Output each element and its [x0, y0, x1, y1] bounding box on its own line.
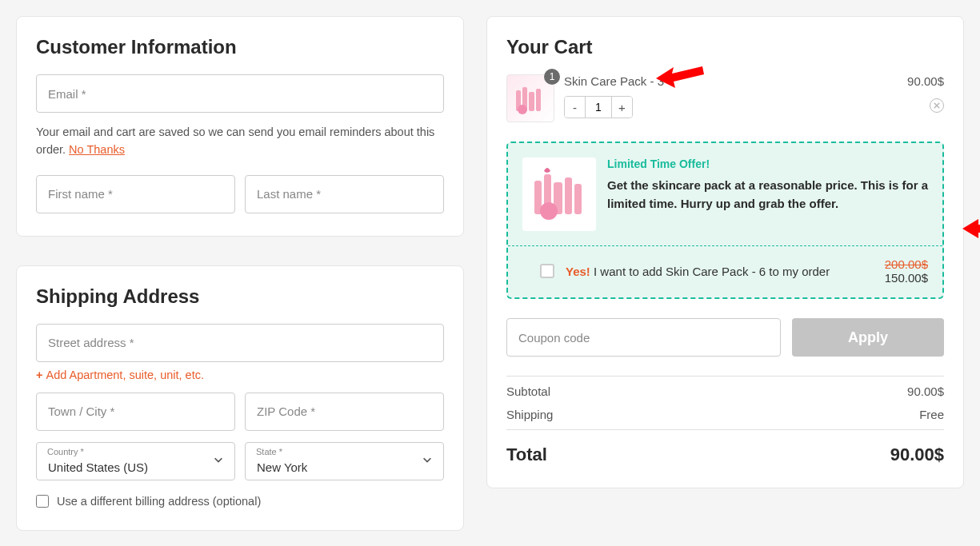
apply-button[interactable]: Apply: [792, 318, 944, 357]
item-name: Skin Care Pack - 3: [564, 74, 898, 88]
cart-card: Your Cart 1 Skin Care Pack - 3 - + 90.00…: [486, 16, 964, 488]
subtotal-row: Subtotal 90.00$: [506, 380, 944, 403]
offer-checkbox[interactable]: [540, 264, 554, 278]
remove-item-button[interactable]: [930, 98, 944, 113]
svg-rect-11: [574, 184, 582, 214]
svg-rect-10: [565, 177, 572, 214]
product-thumb: 1: [506, 74, 554, 122]
svg-marker-13: [962, 219, 980, 238]
item-price: 90.00$: [907, 74, 944, 88]
email-field[interactable]: [36, 74, 444, 113]
zip-field[interactable]: [245, 393, 444, 431]
total-row: Total 90.00$: [506, 433, 944, 465]
country-select-wrap: Country * United States (US): [36, 442, 235, 480]
qty-plus-button[interactable]: +: [611, 97, 632, 118]
svg-rect-2: [529, 92, 534, 111]
customer-info-card: Customer Information Your email and cart…: [16, 16, 464, 237]
quantity-stepper: - +: [564, 96, 633, 118]
shipping-heading: Shipping Address: [36, 285, 444, 308]
close-icon: [934, 102, 940, 109]
coupon-input[interactable]: [506, 318, 781, 357]
qty-badge: 1: [544, 69, 560, 85]
svg-rect-3: [536, 89, 541, 111]
annotation-arrow-icon: [656, 64, 704, 96]
shipping-row: Shipping Free: [506, 403, 944, 426]
offer-label: Yes! I want to add Skin Care Pack - 6 to…: [566, 265, 885, 278]
offer-old-price: 200.00$: [885, 257, 928, 271]
shipping-card: Shipping Address + Add Apartment, suite,…: [16, 265, 464, 531]
svg-point-4: [518, 105, 527, 114]
annotation-arrow-icon: [962, 214, 980, 246]
svg-marker-14: [656, 66, 704, 88]
diff-billing-row[interactable]: Use a different billing address (optiona…: [36, 495, 444, 508]
add-apartment-link[interactable]: + Add Apartment, suite, unit, etc.: [36, 369, 444, 381]
qty-minus-button[interactable]: -: [565, 97, 586, 118]
lastname-field[interactable]: [245, 175, 444, 213]
offer-desc: Get the skincare pack at a reasonable pr…: [607, 177, 928, 213]
email-save-note: Your email and cart are saved so we can …: [36, 124, 444, 159]
diff-billing-checkbox[interactable]: [36, 495, 49, 508]
offer-thumb: [522, 157, 596, 231]
cart-item: 1 Skin Care Pack - 3 - + 90.00$: [506, 74, 944, 122]
qty-input[interactable]: [586, 97, 611, 118]
firstname-field[interactable]: [36, 175, 235, 213]
offer-title: Limited Time Offer!: [607, 157, 928, 170]
offer-new-price: 150.00$: [885, 271, 928, 285]
customer-heading: Customer Information: [36, 36, 444, 58]
plus-icon: +: [36, 369, 42, 381]
svg-point-12: [540, 202, 558, 220]
cart-heading: Your Cart: [506, 36, 944, 58]
state-select-wrap: State * New York: [245, 442, 444, 480]
town-field[interactable]: [36, 393, 235, 431]
offer-box: Limited Time Offer! Get the skincare pac…: [506, 141, 944, 299]
street-field[interactable]: [36, 324, 444, 362]
no-thanks-link[interactable]: No Thanks: [69, 143, 125, 156]
